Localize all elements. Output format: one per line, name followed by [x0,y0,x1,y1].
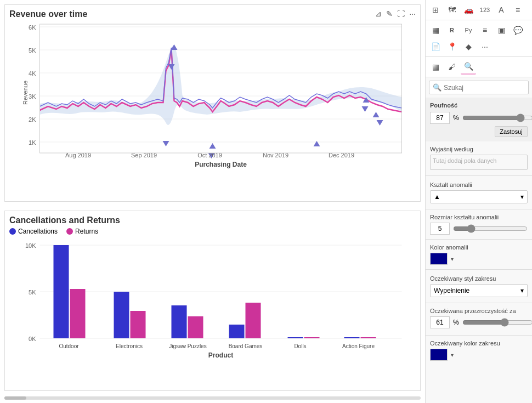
svg-text:5K: 5K [29,47,36,54]
electronics-cancellations-bar[interactable] [114,292,129,338]
map-icon[interactable]: 🗺 [444,2,460,18]
boardgames-cancellations-bar[interactable] [229,325,245,338]
pin-icon[interactable]: 📍 [444,39,460,54]
text-icon[interactable]: A [494,2,509,18]
edit-icon[interactable]: ✎ [386,9,393,18]
revenue-line-chart: 6K 5K 4K 3K 2K 1K Revenue [9,21,416,169]
size-input[interactable] [430,223,450,235]
paint-icon[interactable]: 🖌 [444,59,460,75]
exp-color-label: Oczekiwany kolor zakresu [430,340,528,347]
svg-marker-19 [377,120,383,126]
color-section: Kolor anomalii ▾ [426,241,532,268]
transparency-slider[interactable] [462,318,532,327]
svg-text:3K: 3K [29,93,36,100]
svg-text:2K: 2K [29,116,36,123]
style-section: Oczekiwany styl zakresu Wypełnienie ▾ [426,271,532,302]
boardgames-returns-bar[interactable] [246,303,261,338]
exp-color-swatch[interactable] [430,349,448,361]
legend-cancellations: Cancellations [9,228,58,235]
svg-text:Outdoor: Outdoor [59,343,79,349]
svg-rect-29 [40,24,402,153]
apply-button[interactable]: Zastosuj [495,126,528,137]
dolls-cancellations-bar[interactable] [288,337,303,338]
transparency-label: Oczekiwana przezroczystość za [430,308,528,314]
electronics-returns-bar[interactable] [131,311,146,338]
r-icon[interactable]: R [444,22,460,38]
size-slider[interactable] [453,224,528,233]
123-icon[interactable]: 123 [477,2,493,18]
dolls-returns-bar[interactable] [304,337,320,338]
exp-color-section: Oczekiwany kolor zakresu ▾ [426,337,532,364]
outdoor-returns-bar[interactable] [70,289,86,338]
shape-dropdown[interactable]: ▲ ▾ [430,190,528,203]
style-label: Oczekiwany styl zakresu [430,275,528,282]
exp-color-dropdown-arrow[interactable]: ▾ [451,352,454,358]
actionfigure-cancellations-bar[interactable] [344,337,360,338]
svg-text:Jigsaw Puzzles: Jigsaw Puzzles [169,343,206,349]
block-icon[interactable]: ▣ [494,22,509,38]
transparency-section: Oczekiwana przezroczystość za % [426,304,532,334]
svg-text:1K: 1K [29,139,36,146]
size-row [430,223,528,235]
jigsaw-cancellations-bar[interactable] [172,305,187,338]
explain-input[interactable]: Tutaj dodaj pola danych [430,155,528,170]
list-icon[interactable]: ≡ [477,22,493,38]
opacity-input[interactable] [430,112,450,124]
actionfigure-returns-bar[interactable] [361,337,376,338]
search2-icon[interactable]: 🔍 [461,59,476,75]
size-section: Rozmiar kształtu anomalii [426,211,532,238]
size-label: Rozmiar kształtu anomalii [430,214,528,220]
svg-text:0K: 0K [29,336,36,342]
filter-icon[interactable]: ⊿ [375,9,382,18]
svg-marker-15 [210,143,216,149]
more-icon[interactable]: ··· [409,9,416,18]
table-icon[interactable]: ▦ [428,22,443,38]
jigsaw-returns-bar[interactable] [188,316,203,338]
chart-icon[interactable]: ≡ [510,2,525,18]
search-input[interactable] [444,84,525,92]
svg-text:Revenue: Revenue [22,81,29,105]
search-box[interactable]: 🔍 [429,81,529,94]
svg-marker-22 [362,106,369,112]
cancellations-chart-title: Cancellations and Returns [9,215,416,225]
cancellations-chart-container: Cancellations and Returns Cancellations … [4,211,421,391]
shape-label: Kształt anomalii [430,181,528,188]
svg-text:Product: Product [208,351,233,359]
color-dropdown-arrow[interactable]: ▾ [451,256,454,262]
expand-icon[interactable]: ⛶ [397,9,405,18]
divider-2 [426,209,532,209]
transparency-unit: % [453,319,459,326]
chat-icon[interactable]: 💬 [510,22,525,38]
returns-label: Returns [75,228,98,235]
scrollbar-bottom[interactable] [4,396,421,402]
grid2-icon[interactable]: ▦ [428,59,443,75]
svg-text:Board Games: Board Games [229,343,263,349]
toolbar-row-1: ⊞ 🗺 🚗 123 A ≡ [426,0,532,20]
transparency-input[interactable] [430,316,450,328]
divider-6 [426,335,532,336]
opacity-slider[interactable] [462,113,532,122]
svg-text:6K: 6K [29,24,36,31]
car-icon[interactable]: 🚗 [461,2,476,18]
doc-icon[interactable]: 📄 [428,39,443,54]
color-swatch[interactable] [430,253,448,265]
chevron-down-icon: ▾ [520,193,524,201]
chart1-icons[interactable]: ⊿ ✎ ⛶ ··· [375,9,416,18]
style-chevron-icon: ▾ [520,287,524,294]
revenue-chart-title: Revenue over time [9,9,416,19]
svg-marker-20 [163,141,169,146]
explain-label: Wyjaśnij według [430,146,528,152]
style-dropdown[interactable]: Wypełnienie ▾ [430,284,528,297]
more-icons[interactable]: ··· [477,39,493,54]
py-icon[interactable]: Py [461,22,476,38]
svg-text:4K: 4K [29,70,36,77]
svg-text:Action Figure: Action Figure [342,343,375,349]
grid-icon[interactable]: ⊞ [428,2,443,18]
svg-text:Dolls: Dolls [294,343,306,349]
explain-placeholder: Tutaj dodaj pola danych [433,157,496,164]
svg-text:Purchasing Date: Purchasing Date [195,161,247,168]
shape-icon[interactable]: ◆ [461,39,476,54]
shape-section: Kształt anomalii ▲ ▾ [426,177,532,208]
exp-color-picker-row: ▾ [430,349,528,361]
outdoor-cancellations-bar[interactable] [54,245,69,338]
